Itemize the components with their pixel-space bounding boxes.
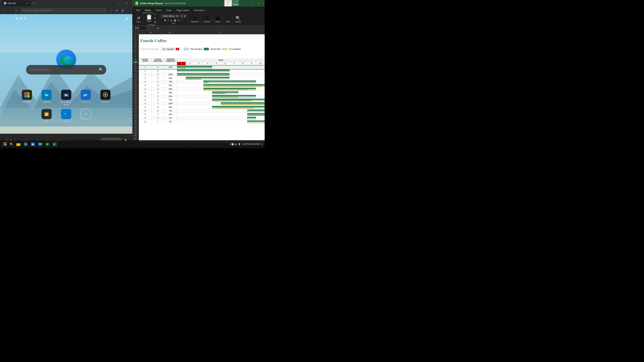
app-outlook[interactable]: O Outlook bbox=[59, 109, 74, 123]
share-button[interactable]: ⤴ Share bbox=[232, 0, 240, 6]
gantt-row-25[interactable]: 970% bbox=[139, 120, 265, 124]
cells-area[interactable]: Fourth Coffee Projects for the shop. Day… bbox=[139, 34, 265, 143]
row-34[interactable]: 34 bbox=[132, 131, 139, 134]
row-13[interactable]: 13 bbox=[132, 69, 139, 72]
tables-button[interactable]: ▦ Tables bbox=[214, 15, 221, 23]
cell-duration-23[interactable]: 7 bbox=[152, 113, 164, 116]
cell-pct-13[interactable]: 35% bbox=[164, 76, 177, 80]
bold-button[interactable]: B bbox=[164, 18, 167, 22]
cell-start-21[interactable]: 5 bbox=[139, 105, 152, 109]
ribbon-tab-file[interactable]: File bbox=[134, 8, 142, 13]
profile-icon[interactable]: 👤 bbox=[120, 8, 125, 13]
row-21[interactable]: 21 bbox=[132, 93, 139, 96]
formula-input[interactable] bbox=[161, 27, 264, 29]
cell-duration-21[interactable]: 8 bbox=[152, 105, 164, 109]
ribbon-tab-formulas[interactable]: Formulas ▾ bbox=[192, 8, 207, 13]
gantt-row-23[interactable]: 9750% bbox=[139, 113, 265, 116]
cell-pct-19[interactable]: 75% bbox=[164, 98, 177, 102]
cell-duration-11[interactable]: 6 bbox=[152, 69, 164, 73]
cell-duration-20[interactable]: 7 bbox=[152, 102, 164, 105]
row-9[interactable]: 9 bbox=[132, 58, 139, 61]
cell-pct-22[interactable]: 0% bbox=[164, 109, 177, 113]
cell-start-11[interactable]: 1 bbox=[139, 69, 152, 73]
gantt-row-11[interactable]: 16 bbox=[139, 69, 265, 73]
row-3[interactable]: 3 bbox=[132, 40, 139, 43]
back-button[interactable]: ‹ bbox=[2, 8, 6, 13]
maximize-button[interactable]: □ bbox=[114, 0, 122, 6]
col-b-header[interactable]: B bbox=[162, 31, 177, 34]
minimize-button[interactable]: ─ bbox=[106, 0, 114, 6]
cell-start-10[interactable]: 1 bbox=[139, 65, 152, 69]
gantt-row-15[interactable]: 4885% bbox=[139, 84, 265, 87]
row-17[interactable]: 17 bbox=[132, 81, 139, 84]
comments-button[interactable]: 💬 Comments bbox=[224, 0, 232, 6]
border-button[interactable]: ▦ bbox=[173, 18, 177, 22]
chevron-up-icon[interactable]: ∧ bbox=[229, 143, 230, 145]
more-options-icon[interactable]: ··· bbox=[126, 8, 131, 13]
ribbon-tab-home[interactable]: Home bbox=[142, 8, 153, 13]
row-25[interactable]: 25 bbox=[132, 105, 139, 108]
cell-pct-10[interactable]: 25% bbox=[164, 65, 177, 69]
ribbon-tab-pagelayout[interactable]: Page Layout bbox=[174, 8, 191, 13]
row-11[interactable]: 11 bbox=[132, 64, 139, 67]
cell-pct-14[interactable]: 10% bbox=[164, 80, 177, 83]
grid-icon[interactable]: ⋮⋮⋮ bbox=[4, 16, 14, 20]
notification-center-icon[interactable]: ⊟ bbox=[261, 143, 263, 146]
cell-start-13[interactable]: 2 bbox=[139, 76, 152, 80]
active-tab[interactable]: New tab ✕ bbox=[2, 0, 30, 6]
row-1[interactable]: 1 bbox=[132, 34, 139, 37]
excel-minimize-button[interactable]: ─ bbox=[240, 0, 247, 6]
row-30[interactable]: 30 bbox=[132, 119, 139, 122]
profile-collections-icon[interactable]: ⊕ bbox=[114, 8, 119, 13]
cell-duration-12[interactable]: 6 bbox=[152, 73, 164, 76]
row-8[interactable]: 8 bbox=[132, 55, 139, 58]
gantt-row-24[interactable]: 910% bbox=[139, 116, 265, 120]
gantt-row-21[interactable]: 5860% bbox=[139, 105, 265, 109]
gantt-row-18[interactable]: 5560% bbox=[139, 95, 265, 98]
row-10-active[interactable]: 10 bbox=[132, 61, 139, 64]
row-27[interactable]: 27 bbox=[132, 111, 139, 114]
cell-duration-10[interactable]: 4 bbox=[152, 65, 164, 69]
cell-start-25[interactable]: 9 bbox=[139, 120, 152, 123]
row-16[interactable]: 16 bbox=[132, 78, 139, 81]
cell-pct-18[interactable]: 60% bbox=[164, 95, 177, 98]
address-input[interactable] bbox=[20, 8, 107, 13]
cut-button[interactable]: ✂ bbox=[154, 12, 157, 16]
favorites-icon[interactable]: ☆ bbox=[108, 8, 114, 13]
app-deals[interactable]: Deals bbox=[39, 109, 54, 123]
row-14[interactable]: 14 bbox=[132, 72, 139, 75]
font-color-button[interactable]: A bbox=[180, 18, 184, 22]
gantt-row-22[interactable]: 990% bbox=[139, 109, 265, 113]
taskbar-file-explorer[interactable] bbox=[15, 141, 22, 148]
cell-pct-11[interactable] bbox=[164, 69, 177, 73]
search-button[interactable]: 🔍 bbox=[99, 67, 103, 72]
cell-pct-20[interactable]: 100% bbox=[164, 102, 177, 105]
cell-pct-23[interactable]: 50% bbox=[164, 113, 177, 116]
row-15[interactable]: 15 bbox=[132, 75, 139, 78]
formula-cancel-button[interactable]: ✕ bbox=[147, 27, 150, 29]
row-5[interactable]: 5 bbox=[132, 46, 139, 49]
cell-start-22[interactable]: 9 bbox=[139, 109, 152, 113]
gantt-row-13[interactable]: 2535% bbox=[139, 76, 265, 80]
row-22[interactable]: 22 bbox=[132, 96, 139, 99]
underline-button[interactable]: U bbox=[170, 18, 173, 22]
cell-start-18[interactable]: 5 bbox=[139, 95, 152, 98]
col-a-header[interactable]: A bbox=[139, 31, 162, 34]
row-12[interactable]: 12 bbox=[132, 67, 139, 69]
cell-pct-17[interactable]: 50% bbox=[164, 91, 177, 94]
cell-reference[interactable] bbox=[134, 26, 146, 30]
fill-color-button[interactable]: A bbox=[177, 18, 180, 22]
cell-pct-12[interactable]: 100% bbox=[164, 73, 177, 76]
row-26[interactable]: 26 bbox=[132, 108, 139, 111]
volume-icon[interactable]: 🔊 bbox=[235, 143, 238, 145]
cell-start-23[interactable]: 9 bbox=[139, 113, 152, 116]
font-size-select[interactable]: 11 bbox=[180, 14, 186, 18]
row-6[interactable]: 6 bbox=[132, 49, 139, 52]
excel-maximize-button[interactable]: □ bbox=[247, 0, 255, 6]
row-29[interactable]: 29 bbox=[132, 117, 139, 119]
settings-icon[interactable]: ⚙ bbox=[126, 16, 129, 21]
undo-button[interactable]: ↺ Undo bbox=[135, 15, 142, 23]
cell-pct-21[interactable]: 60% bbox=[164, 105, 177, 109]
ribbon-tab-draw[interactable]: Draw bbox=[164, 8, 174, 13]
row-4[interactable]: 4 bbox=[132, 43, 139, 46]
